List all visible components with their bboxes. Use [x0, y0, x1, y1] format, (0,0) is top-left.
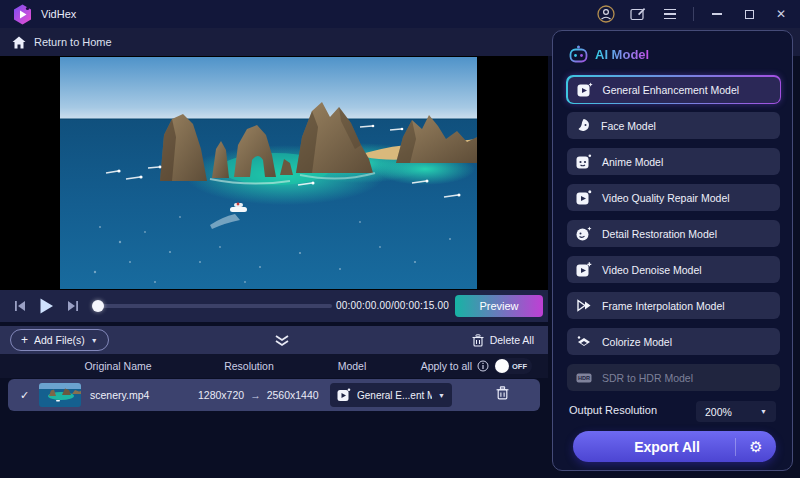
frame-interpolation-icon	[576, 298, 592, 313]
file-resolution: 1280x720 → 2560x1440	[198, 379, 319, 411]
file-thumbnail	[39, 383, 81, 407]
titlebar: VidHex ✕	[0, 0, 800, 28]
menu-icon[interactable]	[661, 5, 679, 23]
output-resolution-row: Output Resolution 200% ▼	[553, 401, 794, 423]
chevron-down-icon[interactable]: ▼	[91, 337, 98, 344]
account-icon[interactable]	[597, 5, 615, 23]
info-icon[interactable]	[477, 360, 489, 372]
plus-icon: +	[21, 334, 28, 346]
repair-model-icon	[576, 190, 592, 205]
export-settings-gear-icon[interactable]: ⚙	[736, 431, 776, 462]
seek-knob[interactable]	[92, 300, 104, 312]
chevron-down-icon: ▼	[438, 392, 445, 399]
chevron-down-icon: ▼	[760, 408, 767, 415]
video-frame	[60, 57, 477, 289]
collapse-list-icon[interactable]	[274, 333, 290, 351]
arrow-right-icon: →	[250, 379, 261, 411]
file-table-header: Original Name Resolution Model Apply to …	[0, 354, 548, 378]
export-all-label: Export All	[573, 439, 735, 455]
detail-model-icon	[576, 226, 592, 241]
robot-icon	[569, 45, 588, 63]
export-all-button[interactable]: Export All ⚙	[573, 431, 776, 462]
delete-all-button[interactable]: Delete All	[472, 326, 534, 354]
next-frame-button[interactable]	[62, 296, 82, 316]
anime-model-icon	[576, 154, 592, 169]
add-files-button[interactable]: + Add File(s) ▼	[10, 329, 109, 351]
add-files-label: Add File(s)	[34, 334, 85, 346]
home-icon[interactable]	[12, 36, 26, 49]
delete-all-label: Delete All	[490, 334, 534, 346]
toggle-state-label: OFF	[512, 362, 527, 371]
apply-to-all-label: Apply to all	[421, 360, 472, 372]
enhance-model-icon	[577, 82, 593, 97]
hdr-model-icon: HDR	[576, 370, 592, 385]
close-icon[interactable]: ✕	[772, 5, 790, 23]
output-resolution-value: 200%	[705, 406, 760, 418]
file-toolbar: + Add File(s) ▼ Delete All	[0, 326, 548, 354]
row-check-icon[interactable]: ✓	[20, 379, 29, 411]
col-resolution: Resolution	[224, 354, 274, 378]
col-model: Model	[338, 354, 367, 378]
denoise-model-icon	[576, 262, 592, 277]
preview-button[interactable]: Preview	[455, 295, 543, 317]
file-row[interactable]: ✓ scenery.mp4 1280x720 → 2560x1440	[8, 379, 540, 411]
video-stage	[0, 56, 548, 290]
row-model-dropdown[interactable]: General E...ent Model ▼	[330, 383, 452, 407]
face-model-icon	[576, 118, 591, 133]
timecode: 00:00:00.00/00:00:15.00	[336, 290, 448, 322]
output-resolution-label: Output Resolution	[569, 404, 657, 416]
resolution-to: 2560x1440	[267, 379, 319, 411]
ai-model-panel: AI Model General Enhancement Model	[552, 30, 793, 471]
previous-frame-button[interactable]	[10, 296, 30, 316]
row-delete-button[interactable]	[496, 386, 509, 402]
titlebar-separator	[693, 7, 694, 21]
model-anime[interactable]: Anime Model	[567, 148, 780, 175]
app-logo-icon	[13, 4, 32, 25]
seek-slider[interactable]	[94, 304, 332, 308]
model-sdr-to-hdr[interactable]: HDR SDR to HDR Model	[567, 364, 780, 391]
playback-bar: 00:00:00.00/00:00:15.00 Preview	[0, 290, 548, 322]
maximize-icon[interactable]	[740, 5, 758, 23]
minimize-icon[interactable]	[708, 5, 726, 23]
left-section: 00:00:00.00/00:00:15.00 Preview + Add Fi…	[0, 56, 548, 478]
play-button[interactable]	[36, 296, 56, 316]
model-play-icon	[337, 388, 351, 402]
svg-text:HDR: HDR	[578, 375, 590, 381]
colorize-model-icon	[576, 334, 592, 349]
toggle-knob[interactable]	[495, 359, 509, 373]
apply-to-all-toggle[interactable]: OFF	[494, 358, 532, 374]
model-frame-interpolation[interactable]: Frame Interpolation Model	[567, 292, 780, 319]
row-model-value: General E...ent Model	[357, 390, 432, 401]
model-general-enhancement[interactable]: General Enhancement Model	[566, 75, 781, 104]
trash-icon	[472, 334, 484, 347]
feedback-icon[interactable]	[629, 5, 647, 23]
model-video-quality-repair[interactable]: Video Quality Repair Model	[567, 184, 780, 211]
app-title: VidHex	[41, 8, 76, 20]
model-video-denoise[interactable]: Video Denoise Model	[567, 256, 780, 283]
file-name: scenery.mp4	[90, 379, 149, 411]
col-original-name: Original Name	[84, 354, 151, 378]
panel-title: AI Model	[595, 47, 649, 62]
model-face[interactable]: Face Model	[567, 112, 780, 139]
model-detail-restoration[interactable]: Detail Restoration Model	[567, 220, 780, 247]
return-home-link[interactable]: Return to Home	[34, 36, 112, 48]
output-resolution-dropdown[interactable]: 200% ▼	[696, 401, 776, 422]
model-colorize[interactable]: Colorize Model	[567, 328, 780, 355]
resolution-from: 1280x720	[198, 379, 244, 411]
app-window: VidHex ✕	[0, 0, 800, 478]
